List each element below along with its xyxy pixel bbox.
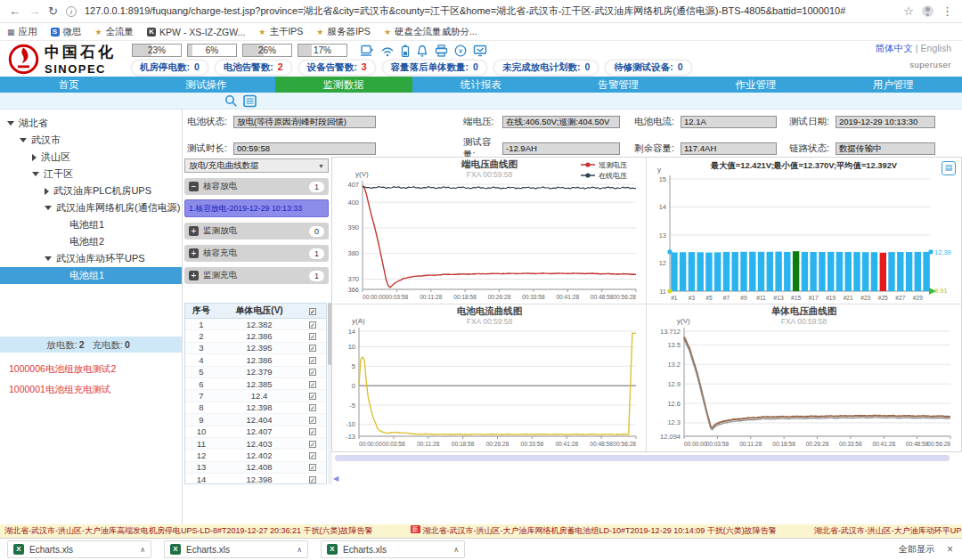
tree-item[interactable]: 武汉市	[0, 132, 182, 149]
refresh-icon[interactable]: ↻	[48, 4, 58, 18]
url-input[interactable]: 127.0.0.1:8919/fuquang/charge-test.jsp?p…	[85, 4, 895, 18]
table-row[interactable]: 1012.407✓	[185, 426, 326, 438]
table-row[interactable]: 1212.402✓	[185, 450, 326, 461]
accordion-section[interactable]: −核容放电1	[184, 178, 329, 195]
nav-tab-4[interactable]: 统计报表	[412, 77, 550, 93]
tree-collapse-icon[interactable]	[32, 154, 37, 161]
chevron-up-icon[interactable]: ∧	[140, 546, 145, 554]
table-row[interactable]: 512.379✓	[185, 367, 326, 378]
export-image-icon[interactable]: ▤	[942, 161, 956, 175]
download-item[interactable]: XEcharts.xls∧	[7, 540, 151, 558]
tree-item[interactable]: 武汉油库动环平UPS	[0, 250, 182, 267]
list-icon[interactable]	[243, 94, 257, 108]
accordion-section[interactable]: +核容充电1	[184, 245, 329, 262]
row-checkbox[interactable]: ✓	[309, 369, 316, 376]
table-row[interactable]: 212.386✓	[185, 330, 326, 342]
table-row[interactable]: 1412.398✓	[185, 474, 326, 484]
table-row[interactable]: 612.385✓	[185, 378, 326, 390]
bookmark-item[interactable]: ★服务器IPS	[316, 26, 371, 38]
nav-tab-2[interactable]: 测试操作	[137, 77, 274, 93]
svg-text:10: 10	[348, 343, 355, 351]
nav-tab-6[interactable]: 作业管理	[687, 77, 824, 93]
tree-item[interactable]: 电池组1	[0, 267, 182, 284]
tree-item[interactable]: 洪山区	[0, 149, 182, 166]
table-row[interactable]: 412.386✓	[185, 354, 326, 366]
tree-expand-icon[interactable]	[20, 138, 27, 142]
bookmark-item[interactable]: S微思	[51, 26, 82, 38]
tree-item[interactable]: 湖北省	[0, 115, 182, 132]
nav-tab-7[interactable]: 用户管理	[825, 77, 962, 93]
show-all-downloads-button[interactable]: 全部显示	[899, 543, 934, 556]
profile-avatar[interactable]	[922, 5, 933, 17]
tree-collapse-icon[interactable]	[45, 188, 49, 195]
row-checkbox[interactable]: ✓	[309, 393, 316, 400]
cell-voltage: 12.379	[217, 367, 301, 377]
chevron-up-icon[interactable]: ∧	[297, 546, 302, 554]
scroll-left-icon[interactable]: ◀	[333, 475, 338, 483]
nav-tab-5[interactable]: 告警管理	[550, 77, 687, 93]
bookmark-star-icon[interactable]: ☆	[903, 4, 914, 18]
row-checkbox[interactable]: ✓	[309, 464, 316, 471]
row-checkbox[interactable]: ✓	[309, 345, 316, 352]
site-info-icon[interactable]: i	[66, 6, 77, 17]
charts-grid: 40740039038037036600:00:0000:03:5800:11:…	[331, 157, 962, 452]
accordion-section[interactable]: +监测充电1	[184, 267, 329, 284]
expand-icon[interactable]: +	[189, 248, 199, 258]
row-checkbox[interactable]: ✓	[309, 321, 316, 329]
bookmark-item[interactable]: ★全流量	[95, 26, 135, 38]
download-item[interactable]: XEcharts.xls∧	[321, 540, 465, 558]
bookmark-item[interactable]: ★硬盘全流量威胁分...	[384, 26, 477, 38]
download-item[interactable]: XEcharts.xls∧	[164, 540, 308, 558]
chevron-up-icon[interactable]: ∧	[453, 546, 459, 554]
row-checkbox[interactable]: ✓	[309, 417, 316, 424]
tree-expand-icon[interactable]	[7, 121, 14, 126]
row-checkbox[interactable]: ✓	[309, 476, 316, 483]
browser-menu-icon[interactable]: ⋮	[942, 4, 953, 18]
curve-type-select[interactable]: 放电/充电曲线数据 ▼	[184, 158, 329, 173]
selected-test-record[interactable]: 1.核容放电-2019-12-29 10:13:33	[184, 199, 329, 217]
bookmark-item[interactable]: KKPW - XS-IZ-ZGW...	[147, 27, 245, 37]
lang-en-link[interactable]: English	[921, 43, 951, 53]
row-checkbox[interactable]: ✓	[309, 404, 316, 411]
table-row[interactable]: 812.398✓	[185, 402, 326, 414]
nav-tab-1[interactable]: 首页	[0, 77, 137, 93]
tree-item[interactable]: 电池组1	[0, 216, 182, 233]
svg-text:电池电流曲线图: 电池电流曲线图	[457, 305, 523, 316]
row-checkbox[interactable]: ✓	[309, 357, 316, 364]
bookmark-item[interactable]: ▦应用	[7, 26, 37, 38]
row-checkbox[interactable]: ✓	[309, 428, 316, 435]
expand-icon[interactable]: +	[189, 226, 199, 236]
tree-item[interactable]: 江干区	[0, 166, 182, 183]
table-row[interactable]: 1112.403✓	[185, 438, 326, 450]
tree-item[interactable]: 电池组2	[0, 233, 182, 250]
tree-expand-icon[interactable]	[32, 172, 39, 176]
row-checkbox[interactable]: ✓	[309, 381, 316, 388]
test-link[interactable]: 1000006电池组放电测试2	[0, 359, 182, 379]
tree-expand-icon[interactable]	[45, 206, 52, 210]
tree-item[interactable]: 武汉油库网络机房(通信电源)	[0, 199, 182, 216]
table-row[interactable]: 112.382✓	[185, 319, 326, 330]
search-icon[interactable]	[224, 94, 238, 108]
accordion-section[interactable]: +监测放电0	[184, 223, 329, 239]
select-all-checkbox[interactable]: ✓	[309, 308, 316, 315]
row-checkbox[interactable]: ✓	[309, 441, 316, 448]
nav-tab-3[interactable]: 监测数据	[275, 77, 412, 93]
collapse-icon[interactable]: −	[189, 182, 199, 191]
close-shelf-icon[interactable]: ×	[947, 543, 953, 556]
discharge-count-label: 放电数:	[46, 339, 77, 350]
back-icon[interactable]: ←	[9, 4, 20, 18]
tree-item[interactable]: 武汉油库PLC机房UPS	[0, 183, 182, 199]
charts-horizontal-scrollbar[interactable]	[335, 455, 950, 461]
table-row[interactable]: 1312.408✓	[185, 462, 326, 474]
forward-icon[interactable]: →	[29, 4, 40, 18]
row-checkbox[interactable]: ✓	[309, 452, 316, 459]
table-row[interactable]: 712.4✓	[185, 390, 326, 402]
lang-zh-link[interactable]: 简体中文	[876, 43, 913, 53]
test-link[interactable]: 1000001电池组充电测试	[0, 379, 182, 400]
bookmark-item[interactable]: ★主干IPS	[258, 26, 303, 38]
expand-icon[interactable]: +	[189, 271, 199, 280]
tree-expand-icon[interactable]	[45, 256, 52, 261]
table-row[interactable]: 312.395✓	[185, 343, 326, 354]
row-checkbox[interactable]: ✓	[309, 333, 316, 340]
table-row[interactable]: 912.404✓	[185, 414, 326, 426]
